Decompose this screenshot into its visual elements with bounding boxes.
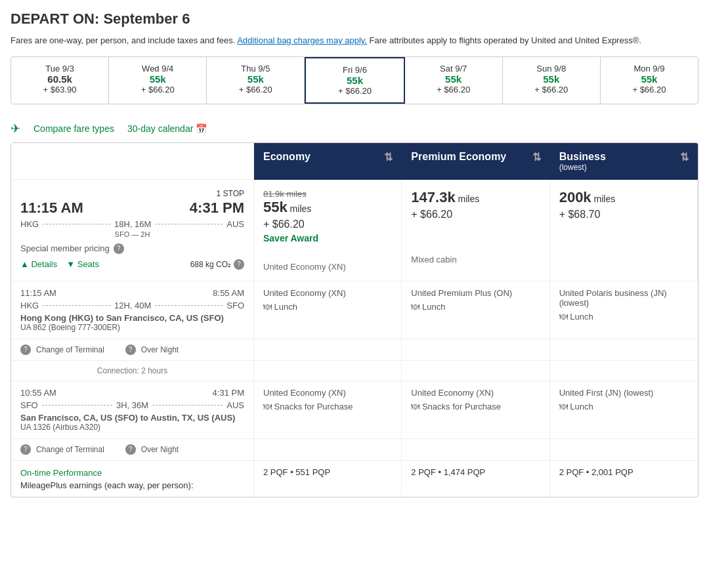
seg1-business-meal: 🍽 Lunch — [559, 312, 689, 322]
seg1-flight-num: UA 862 (Boeing 777-300ER) — [20, 323, 244, 332]
origin-code: HKG — [20, 219, 39, 229]
special-pricing-label: Special member pricing — [20, 243, 110, 253]
main-grid: Economy ⇅ Premium Economy ⇅ Business (lo… — [11, 142, 698, 497]
economy-price: + $66.20 — [263, 219, 392, 230]
premium-header: Premium Economy ⇅ — [402, 143, 549, 180]
on-time-link[interactable]: On-time Performance — [20, 468, 102, 478]
dest-code: AUS — [226, 219, 244, 229]
seg1-depart-time: 11:15 AM — [20, 288, 56, 298]
bottom-left: On-time Performance MileagePlus earnings… — [11, 461, 254, 497]
seg2-premium-class: United Economy (XN) 🍽 Snacks for Purchas… — [402, 381, 549, 439]
premium-miles: 147.3k — [411, 189, 455, 205]
stop-label: 1 STOP — [20, 189, 244, 198]
date-label: Thu 9/5 — [211, 64, 300, 74]
seg1-economy-meal: 🍽 Lunch — [263, 302, 392, 312]
seg2-change-terminal-icon[interactable]: ? — [20, 444, 31, 455]
premium-fare-cell: 147.3k miles + $66.20 Mixed cabin — [402, 180, 549, 282]
details-link[interactable]: ▲ Details — [20, 259, 57, 269]
seg2-over-night-icon[interactable]: ? — [125, 444, 136, 455]
date-cell-5[interactable]: Sun 9/8 55k + $66.20 — [503, 57, 601, 104]
date-selector: Tue 9/3 60.5k + $63.90 Wed 9/4 55k + $66… — [11, 56, 698, 104]
economy-earnings-cell: 2 PQF • 551 PQP — [254, 461, 402, 497]
date-price: + $66.20 — [211, 85, 300, 94]
filter-bar: ✈ Compare fare types 30-day calendar 📅 — [11, 115, 698, 142]
change-terminal-icon[interactable]: ? — [20, 345, 31, 355]
flight-summary-cell: 1 STOP 11:15 AM 4:31 PM HKG 18H, 16M AUS… — [11, 180, 254, 282]
connection-premium — [402, 361, 549, 381]
seg2-business-class: United First (JN) (lowest) 🍽 Lunch — [550, 381, 698, 439]
seg1-notice-economy — [254, 339, 402, 361]
date-price: + $66.20 — [113, 85, 202, 94]
date-miles: 55k — [211, 74, 300, 85]
business-earnings-cell: 2 PQF • 2,001 PQP — [550, 461, 698, 497]
empty-header — [11, 143, 254, 180]
thirty-day-calendar-link[interactable]: 30-day calendar 📅 — [127, 123, 207, 134]
date-label: Sat 9/7 — [409, 64, 498, 74]
date-cell-0[interactable]: Tue 9/3 60.5k + $63.90 — [11, 57, 109, 104]
seg1-route-label: Hong Kong (HKG) to San Francisco, CA, US… — [20, 313, 244, 323]
arrive-time: 4:31 PM — [190, 200, 244, 217]
business-price: + $68.70 — [559, 209, 688, 220]
date-cell-2[interactable]: Thu 9/5 55k + $66.20 — [207, 57, 305, 104]
date-price: + $66.20 — [605, 85, 694, 94]
connection-info: Connection: 2 hours — [11, 361, 254, 381]
economy-miles-strikethrough: 81.9k miles — [263, 189, 392, 199]
business-sort-icon[interactable]: ⇅ — [680, 151, 689, 163]
economy-sort-icon[interactable]: ⇅ — [384, 151, 393, 163]
seg2-dest: AUS — [226, 400, 244, 410]
economy-miles: 55k — [263, 199, 288, 215]
date-cell-6[interactable]: Mon 9/9 55k + $66.20 — [601, 57, 698, 104]
date-label: Mon 9/9 — [605, 64, 694, 74]
date-label: Wed 9/4 — [113, 64, 202, 74]
economy-miles-unit: miles — [290, 203, 312, 214]
co2-help-icon[interactable]: ? — [234, 259, 244, 270]
connection-economy — [254, 361, 402, 381]
fare-notice: Fares are one-way, per person, and inclu… — [11, 34, 698, 47]
date-cell-3[interactable]: Fri 9/6 55k + $66.20 — [305, 57, 404, 104]
seg1-duration: 12H, 40M — [114, 301, 151, 310]
segment1-left: 11:15 AM 8:55 AM HKG 12H, 40M SFO Hong K… — [11, 282, 254, 339]
seg1-origin: HKG — [20, 301, 39, 310]
date-cell-1[interactable]: Wed 9/4 55k + $66.20 — [109, 57, 207, 104]
seg2-notice-economy — [254, 439, 402, 461]
seg2-economy-class: United Economy (XN) 🍽 Snacks for Purchas… — [254, 381, 402, 439]
duration-label: 18H, 16M — [114, 219, 151, 229]
compare-fare-types-link[interactable]: Compare fare types — [33, 123, 114, 134]
depart-time: 11:15 AM — [20, 200, 83, 217]
premium-earnings: 2 PQF • 1,474 PQP — [411, 467, 540, 477]
seg2-premium-meal: 🍽 Snacks for Purchase — [411, 402, 540, 411]
date-label: Fri 9/6 — [310, 65, 399, 75]
seg2-duration: 3H, 36M — [116, 400, 148, 410]
date-miles: 60.5k — [15, 74, 104, 85]
premium-price: + $66.20 — [411, 209, 540, 220]
seg2-notice-premium — [402, 439, 549, 461]
seg2-route-label: San Francisco, CA, US (SFO) to Austin, T… — [20, 413, 244, 423]
special-pricing-help-icon[interactable]: ? — [114, 243, 124, 254]
date-cell-4[interactable]: Sat 9/7 55k + $66.20 — [405, 57, 503, 104]
date-price: + $66.20 — [409, 85, 498, 94]
seats-link[interactable]: ▼ Seats — [66, 259, 99, 269]
date-price: + $66.20 — [310, 86, 399, 96]
seg2-notices-left: ? Change of Terminal ? Over Night — [11, 439, 254, 461]
date-price: + $66.20 — [507, 85, 596, 94]
seg1-economy-class: United Economy (XN) 🍽 Lunch — [254, 282, 402, 339]
bag-charges-link[interactable]: Additional bag charges may apply. — [237, 35, 367, 45]
seg1-notices-left: ? Change of Terminal ? Over Night — [11, 339, 254, 361]
date-label: Sun 9/8 — [507, 64, 596, 74]
seg2-arrive-time: 4:31 PM — [213, 388, 244, 398]
seg2-depart-time: 10:55 AM — [20, 388, 56, 398]
economy-earnings: 2 PQF • 551 PQP — [263, 467, 392, 477]
earnings-label: MileagePlus earnings (each way, per pers… — [20, 480, 244, 490]
date-miles: 55k — [113, 74, 202, 85]
date-label: Tue 9/3 — [15, 64, 104, 74]
over-night-icon[interactable]: ? — [125, 345, 136, 355]
premium-sort-icon[interactable]: ⇅ — [532, 151, 541, 163]
economy-fare-cell: 81.9k miles 55k miles + $66.20 Saver Awa… — [254, 180, 402, 282]
co2-value: 688 kg CO₂ — [190, 260, 231, 269]
date-miles: 55k — [605, 74, 694, 85]
premium-type-label: Mixed cabin — [411, 255, 540, 264]
seg1-premium-meal: 🍽 Lunch — [411, 302, 540, 312]
business-earnings: 2 PQF • 2,001 PQP — [559, 467, 689, 477]
page-title: DEPART ON: September 6 — [11, 10, 698, 28]
date-miles: 55k — [507, 74, 596, 85]
